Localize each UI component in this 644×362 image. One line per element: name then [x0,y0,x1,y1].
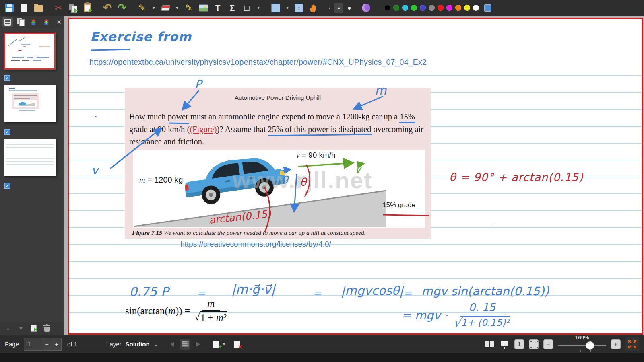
zoom-slider-track[interactable] [558,345,606,346]
delete-page-button-sidebar[interactable] [42,323,52,333]
next-annotated-page-button[interactable] [193,339,203,350]
file-group [4,2,43,14]
insert-image-button[interactable] [198,2,208,14]
paste-button[interactable] [82,2,93,14]
fit-screen-button[interactable] [529,339,539,349]
window-bottom-strip [0,353,644,362]
page-number-input[interactable] [24,338,42,351]
paste-icon [84,3,91,12]
eraser-tool-button[interactable] [160,2,171,14]
color-swatch-yellow[interactable] [464,5,470,11]
save-button[interactable] [4,2,14,14]
math-tex-button[interactable]: Σ [227,2,237,14]
color-swatch-blue[interactable] [420,5,426,11]
zoom-slider[interactable]: 169% [558,337,606,352]
page-2-checkbox[interactable]: ✓ [4,129,10,135]
notebook-page[interactable]: Exercise from https://opentextbc.ca/univ… [68,18,643,335]
shape-tool-button[interactable]: □ [242,2,252,14]
document-area: Exercise from https://opentextbc.ca/univ… [64,16,644,335]
figure-link[interactable]: (Figure) [190,125,217,134]
page-decrement-button[interactable]: − [42,338,52,351]
prev-annotated-page-button[interactable] [167,339,178,350]
zoom-slider-knob[interactable] [586,341,594,350]
fit-page-button[interactable]: 1 [514,339,524,349]
custom-color-swatch[interactable] [484,4,491,12]
shape-icon: □ [244,3,250,13]
color-swatch-red[interactable] [438,5,444,11]
page-count-label: of 1 [67,341,77,348]
select-region-button[interactable] [270,2,281,14]
dual-page-view-button[interactable] [484,339,494,350]
delete-page-icon: ✕ [234,341,240,348]
eq-term-mgvcos: |mgvcosθ| [341,284,403,298]
color-swatch-white[interactable] [473,5,479,11]
color-picker-button[interactable] [361,2,372,14]
layer-chevron-icon[interactable]: ⌄ [154,341,158,347]
ruled-page-preview [6,142,54,175]
text-tool-icon: T [215,3,221,13]
thumbnail-page-3[interactable] [4,139,56,176]
size-fine-button[interactable]: ● [328,6,330,9]
sidebar-close-button[interactable]: ✕ [56,19,62,26]
size-thick-button[interactable]: ● [347,4,351,12]
tab-contents[interactable] [2,17,13,27]
cut-button[interactable]: ✂ [53,2,64,14]
tools-group: ✎ ▾ ▾ ✎ T Σ □ ▾ [137,2,261,14]
eq-equals-3: = [403,287,412,299]
color-swatch-lightgreen[interactable] [411,5,417,11]
size-medium-button[interactable]: ● [334,3,343,13]
fullscreen-button[interactable] [625,337,639,351]
move-page-up-button[interactable]: ▲ [3,323,13,333]
presentation-icon [501,341,508,346]
dual-page-icon [485,341,494,347]
new-document-button[interactable] [19,2,29,14]
presentation-mode-button[interactable] [499,339,510,350]
handwritten-fraction-eq: = mgv · 0. 15 √1+ (0.15)² [401,301,510,329]
annotation-label-v: v [91,164,98,177]
color-swatch-green[interactable] [393,5,399,11]
open-button[interactable] [33,2,43,14]
redo-button[interactable]: ↷ [117,2,127,14]
source-link[interactable]: https://opentextbc.ca/universityphysicsv… [89,58,427,67]
select-dropdown[interactable]: ▾ [285,6,290,10]
zoom-out-button[interactable]: − [543,339,553,349]
shape-dropdown[interactable]: ▾ [256,6,261,10]
page-3-checkbox[interactable]: ✓ [4,183,10,189]
add-page-dropdown[interactable]: ▾ [222,342,227,346]
color-palette [384,4,491,12]
color-swatch-black[interactable] [384,5,390,11]
color-swatch-gray[interactable] [429,5,435,11]
tab-page-preview[interactable] [15,17,26,27]
color-swatch-cyan[interactable] [402,5,408,11]
pen-dropdown[interactable]: ▾ [151,6,156,10]
pen-size-group: ● ● ● [328,3,351,13]
highlighter-icon: ✎ [185,4,192,12]
copy-button[interactable] [68,2,78,14]
annotated-page-button[interactable] [180,339,190,350]
page-1-checkbox[interactable]: ✓ [4,75,10,81]
copy-page-button[interactable] [29,323,39,333]
page-increment-button[interactable]: + [52,338,62,351]
color-swatch-magenta[interactable] [446,5,452,11]
eraser-dropdown[interactable]: ▾ [175,6,180,10]
thumbnail-page-2[interactable] [4,85,56,122]
tab-layers[interactable]: ◆◆◆ [28,17,39,27]
layer-select[interactable]: Solution [126,341,150,348]
vertical-space-button[interactable]: ↕ [294,2,304,14]
thumbnail-page-1[interactable] [4,33,56,70]
move-page-down-button[interactable]: ▼ [16,323,26,333]
undo-button[interactable]: ↶ [102,2,113,14]
eq-term-mgv-dot: |m·g⃗·v⃗| [231,282,275,296]
text-tool-button[interactable]: T [213,2,223,14]
zoom-in-button[interactable]: + [611,339,621,349]
add-page-button[interactable]: + [211,339,222,350]
hand-tool-button[interactable] [308,2,319,14]
page-1-checkbox-row: ✓ [4,75,58,81]
tab-layer-position[interactable]: ◆◆◆ ↑ [41,17,52,27]
pen-tool-button[interactable]: ✎ [137,2,147,14]
cc-license-link[interactable]: https://creativecommons.org/licenses/by/… [180,240,331,249]
delete-page-button[interactable]: ✕ [232,339,243,350]
color-swatch-orange[interactable] [455,5,461,11]
thumbnail-2-preview [4,85,56,122]
highlighter-tool-button[interactable]: ✎ [184,2,194,14]
